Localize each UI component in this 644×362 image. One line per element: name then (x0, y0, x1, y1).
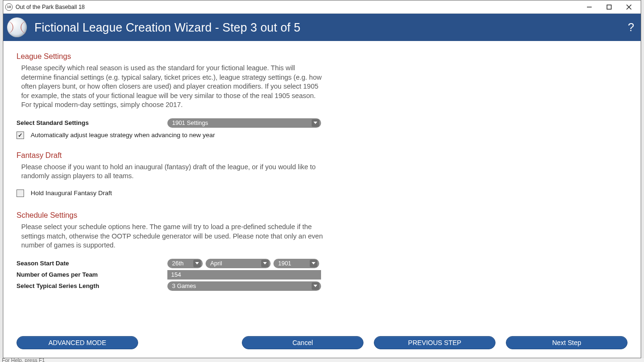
wizard-title: Fictional League Creation Wizard - Step … (34, 21, 300, 34)
series-length-label: Select Typical Series Length (17, 282, 167, 289)
next-step-button[interactable]: Next Step (506, 336, 627, 349)
hold-draft-label: Hold Inaugural Fantasy Draft (31, 189, 112, 197)
schedule-settings-desc: Please select your schedule options here… (21, 222, 323, 250)
schedule-settings-heading: Schedule Settings (17, 211, 627, 220)
minimize-icon (586, 4, 592, 10)
chevron-down-icon (312, 282, 319, 290)
wizard-button-bar: ADVANCED MODE Cancel PREVIOUS STEP Next … (3, 336, 641, 349)
previous-step-button[interactable]: PREVIOUS STEP (374, 336, 495, 349)
chevron-down-icon (312, 119, 319, 127)
close-icon (626, 4, 632, 10)
start-day-value: 26th (172, 260, 183, 267)
start-month-select[interactable]: April (206, 259, 271, 268)
svg-rect-1 (607, 5, 611, 9)
start-day-select[interactable]: 26th (167, 259, 203, 268)
close-button[interactable] (619, 1, 639, 13)
start-year-select[interactable]: 1901 (273, 259, 319, 268)
app-window: 18 Out of the Park Baseball 18 Fictional… (3, 0, 641, 358)
maximize-button[interactable] (599, 1, 619, 13)
chevron-down-icon (193, 260, 201, 267)
fantasy-draft-heading: Fantasy Draft (17, 151, 627, 160)
help-icon[interactable]: ? (628, 21, 634, 34)
wizard-header: Fictional League Creation Wizard - Step … (3, 14, 641, 41)
start-year-value: 1901 (278, 260, 291, 267)
fantasy-draft-desc: Please choose if you want to hold an ina… (21, 163, 323, 181)
auto-adjust-label: Automatically adjust league strategy whe… (31, 132, 215, 139)
cancel-button[interactable]: Cancel (242, 336, 363, 349)
series-length-value: 3 Games (172, 283, 196, 289)
minimize-button[interactable] (579, 1, 599, 13)
status-bar-fragment: For Help, press F1 (0, 358, 644, 362)
standard-settings-value: 1901 Settings (172, 120, 208, 126)
standard-settings-label: Select Standard Settings (17, 119, 167, 126)
season-start-label: Season Start Date (17, 260, 167, 267)
window-title: Out of the Park Baseball 18 (16, 4, 85, 10)
baseball-icon (7, 17, 27, 37)
series-length-select[interactable]: 3 Games (167, 281, 321, 291)
maximize-icon (606, 4, 612, 10)
league-settings-desc: Please specify which real season is used… (21, 64, 323, 110)
games-per-team-label: Number of Games per Team (17, 271, 167, 278)
standard-settings-select[interactable]: 1901 Settings (167, 118, 321, 128)
start-month-value: April (210, 260, 222, 267)
games-per-team-input[interactable] (167, 270, 321, 280)
auto-adjust-checkbox[interactable] (17, 132, 24, 139)
app-icon: 18 (5, 3, 13, 11)
wizard-content: League Settings Please specify which rea… (3, 41, 641, 322)
chevron-down-icon (310, 260, 317, 267)
hold-draft-checkbox[interactable] (17, 189, 24, 197)
league-settings-heading: League Settings (17, 52, 627, 61)
titlebar: 18 Out of the Park Baseball 18 (3, 0, 641, 14)
advanced-mode-button[interactable]: ADVANCED MODE (17, 336, 138, 349)
chevron-down-icon (261, 260, 269, 267)
